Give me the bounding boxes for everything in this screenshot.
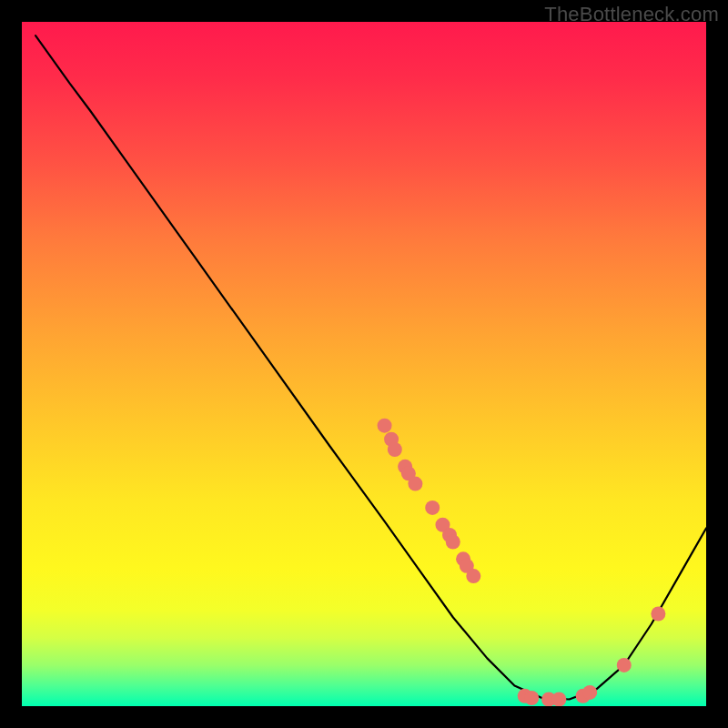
data-point <box>651 606 665 621</box>
data-point <box>388 442 402 457</box>
data-point <box>582 685 597 700</box>
chart-area <box>22 22 706 706</box>
data-point <box>551 692 566 706</box>
data-point <box>446 535 460 550</box>
chart-svg <box>22 22 706 706</box>
data-point <box>524 691 539 705</box>
data-point <box>425 500 440 515</box>
data-points <box>378 419 666 706</box>
data-point <box>617 658 632 672</box>
data-point <box>378 419 392 433</box>
data-point <box>466 569 480 583</box>
data-point <box>408 477 422 491</box>
watermark-text: TheBottleneck.com <box>544 3 719 26</box>
bottleneck-curve <box>35 35 706 699</box>
